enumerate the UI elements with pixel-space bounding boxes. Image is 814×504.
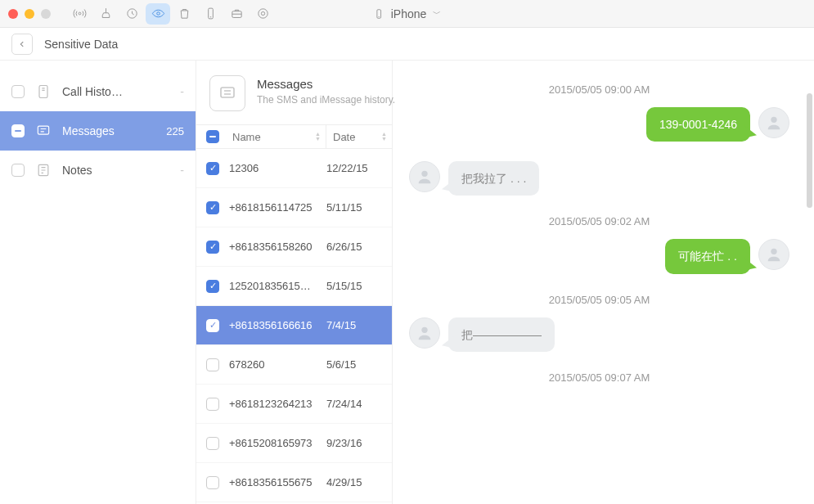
thread-list[interactable]: 1230612/22/15+86181561147255/11/15+86183… <box>196 149 392 504</box>
toolbar <box>67 3 275 25</box>
message-detail[interactable]: 2015/05/05 09:00 AM139-0001-4246把我拉了 . .… <box>393 61 814 504</box>
sidebar-item-count: - <box>180 85 184 98</box>
eye-icon[interactable] <box>146 3 170 25</box>
broadcast-icon[interactable] <box>67 3 92 25</box>
thread-name: +8618356158260 <box>229 241 326 253</box>
trash-icon[interactable] <box>172 3 196 25</box>
thread-row[interactable]: +86181561147255/11/15 <box>196 188 392 227</box>
checkbox[interactable] <box>206 437 219 450</box>
sort-icon: ▲▼ <box>315 132 321 142</box>
message-bubble[interactable]: 把我拉了 . . . <box>448 161 539 196</box>
avatar <box>758 107 789 138</box>
cleanup-icon[interactable] <box>93 3 118 25</box>
message-row-incoming: 把—————— <box>409 317 789 352</box>
scrollbar[interactable] <box>806 61 812 504</box>
message-timestamp: 2015/05/05 09:02 AM <box>409 215 789 227</box>
titlebar: iPhone ﹀ <box>0 0 814 28</box>
phone-history-icon <box>34 83 52 101</box>
page-title: Sensitive Data <box>44 38 118 51</box>
column-date[interactable]: Date▲▼ <box>326 131 392 143</box>
sidebar-item-label: Call Histo… <box>62 85 170 98</box>
svg-point-14 <box>771 249 776 254</box>
message-row-incoming: 把我拉了 . . . <box>409 161 789 196</box>
close-window-icon[interactable] <box>8 9 18 19</box>
thread-row[interactable]: +86183561556754/29/15 <box>196 463 392 502</box>
message-bubble[interactable]: 139-0001-4246 <box>646 107 750 142</box>
thread-column-headers: Name▲▼ Date▲▼ <box>196 124 392 149</box>
checkbox[interactable] <box>206 358 219 371</box>
scrollbar-thumb[interactable] <box>807 93 812 208</box>
avatar <box>409 161 440 192</box>
thread-row[interactable]: 6782605/6/15 <box>196 345 392 385</box>
svg-point-2 <box>156 12 160 16</box>
thread-name: +8618356166616 <box>229 319 326 331</box>
svg-point-12 <box>771 117 776 123</box>
message-timestamp: 2015/05/05 09:07 AM <box>409 371 789 384</box>
thread-name: 125201835615… <box>229 280 326 292</box>
checkbox[interactable] <box>11 124 25 137</box>
checkbox[interactable] <box>206 280 219 293</box>
sidebar: Call Histo… - Messages 225 Notes - <box>0 61 196 504</box>
minimize-window-icon[interactable] <box>25 9 34 19</box>
column-name[interactable]: Name▲▼ <box>229 125 326 148</box>
thread-name: 12306 <box>229 162 326 174</box>
zoom-window-icon[interactable] <box>41 9 51 19</box>
svg-point-15 <box>421 326 427 332</box>
briefcase-icon[interactable] <box>224 3 249 25</box>
sidebar-item-call-history[interactable]: Call Histo… - <box>0 72 196 111</box>
thread-date: 12/22/15 <box>326 162 392 174</box>
message-bubble[interactable]: 把—————— <box>448 317 555 352</box>
avatar <box>409 317 440 349</box>
checkbox[interactable] <box>206 201 219 214</box>
select-all-checkbox[interactable] <box>206 130 219 143</box>
chevron-down-icon: ﹀ <box>433 8 441 20</box>
sidebar-item-notes[interactable]: Notes - <box>0 151 196 190</box>
checkbox[interactable] <box>206 476 219 489</box>
device-label: iPhone <box>391 7 427 20</box>
checkbox[interactable] <box>206 241 219 254</box>
thread-row[interactable]: 125201835615…5/15/15 <box>196 267 392 306</box>
thread-date: 5/11/15 <box>326 201 392 214</box>
checkbox[interactable] <box>206 162 219 175</box>
sidebar-item-count: - <box>180 164 184 177</box>
sidebar-item-label: Notes <box>62 164 170 177</box>
message-row-outgoing: 139-0001-4246 <box>409 107 789 142</box>
thread-date: 6/26/15 <box>326 241 392 253</box>
svg-point-5 <box>258 9 267 18</box>
device-selector[interactable]: iPhone ﹀ <box>373 7 442 20</box>
checkbox[interactable] <box>11 164 25 177</box>
window-controls <box>8 9 51 19</box>
clock-icon[interactable] <box>119 3 144 25</box>
breadcrumb: Sensitive Data <box>0 28 814 61</box>
message-bubble[interactable]: 可能在忙 . . <box>665 239 750 273</box>
notes-icon <box>34 161 52 179</box>
back-button[interactable] <box>11 34 33 55</box>
checkbox[interactable] <box>206 398 219 411</box>
main-area: Call Histo… - Messages 225 Notes - Messa… <box>0 61 814 504</box>
svg-rect-8 <box>39 86 47 98</box>
checkbox[interactable] <box>206 319 219 332</box>
messages-icon <box>34 122 52 140</box>
pane-subtitle: The SMS and iMessage history. <box>257 94 395 106</box>
sidebar-item-count: 225 <box>166 125 184 137</box>
svg-rect-11 <box>221 88 234 97</box>
thread-date: 9/23/16 <box>326 437 392 449</box>
thread-row[interactable]: +86183561582606/26/15 <box>196 227 392 267</box>
target-icon[interactable] <box>250 3 275 25</box>
pane-title: Messages <box>257 77 395 91</box>
message-row-outgoing: 可能在忙 . . <box>409 239 789 273</box>
thread-row[interactable]: +86152081659739/23/16 <box>196 424 392 463</box>
thread-date: 4/29/15 <box>326 476 392 488</box>
message-timestamp: 2015/05/05 09:00 AM <box>409 83 789 96</box>
svg-point-0 <box>79 12 81 15</box>
message-timestamp: 2015/05/05 09:05 AM <box>409 294 789 306</box>
thread-row[interactable]: +86181232642137/24/14 <box>196 385 392 424</box>
thread-row[interactable]: 1230612/22/15 <box>196 149 392 188</box>
phone-icon[interactable] <box>198 3 223 25</box>
sidebar-item-messages[interactable]: Messages 225 <box>0 111 196 151</box>
checkbox[interactable] <box>11 85 25 98</box>
thread-date: 5/15/15 <box>326 280 392 292</box>
thread-name: +8615208165973 <box>229 437 326 449</box>
thread-row[interactable]: +86183561666167/4/15 <box>196 306 392 345</box>
thread-pane: Messages The SMS and iMessage history. N… <box>196 61 393 504</box>
